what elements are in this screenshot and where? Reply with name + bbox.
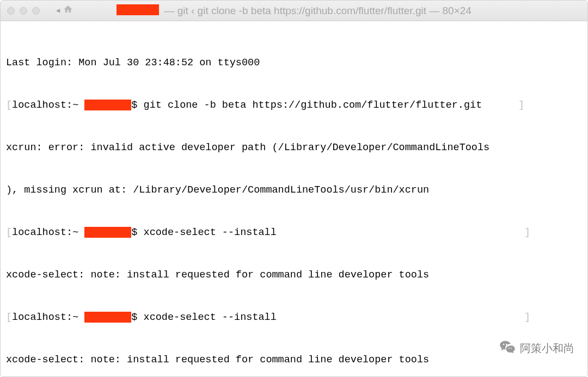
home-icon — [63, 4, 73, 17]
redacted-username — [84, 100, 131, 110]
maximize-button[interactable] — [32, 7, 40, 15]
redacted-username — [84, 227, 131, 238]
terminal-line: [localhost:~ $ xcode-select --install ] — [6, 226, 582, 240]
terminal-line: xcode-select: note: install requested fo… — [6, 268, 582, 282]
watermark-text: 阿策小和尚 — [520, 341, 574, 356]
terminal-line: Last login: Mon Jul 30 23:48:52 on ttys0… — [6, 56, 582, 70]
redacted-username — [84, 312, 131, 323]
traffic-lights — [7, 7, 40, 15]
terminal-line: [localhost:~ $ git clone -b beta https:/… — [6, 98, 582, 113]
window-titlebar[interactable]: ◀ — git ‹ git clone -b beta https://gith… — [1, 1, 587, 21]
terminal-line: xcrun: error: invalid active developer p… — [6, 141, 582, 155]
back-arrow-icon: ◀ — [56, 7, 60, 15]
titlebar-proxy-icon: ◀ — [56, 4, 73, 17]
close-button[interactable] — [7, 7, 15, 15]
terminal-line: xcode-select: note: install requested fo… — [6, 353, 582, 367]
terminal-line: ), missing xcrun at: /Library/Developer/… — [6, 183, 582, 197]
redacted-username — [117, 4, 159, 15]
window-title: — git ‹ git clone -b beta https://github… — [1, 5, 587, 17]
watermark: 阿策小和尚 — [499, 339, 574, 358]
terminal-output[interactable]: Last login: Mon Jul 30 23:48:52 on ttys0… — [1, 21, 587, 377]
wechat-icon — [499, 339, 516, 358]
terminal-window: ◀ — git ‹ git clone -b beta https://gith… — [0, 0, 588, 377]
terminal-line: [localhost:~ $ xcode-select --install ] — [6, 311, 582, 325]
minimize-button[interactable] — [20, 7, 27, 15]
